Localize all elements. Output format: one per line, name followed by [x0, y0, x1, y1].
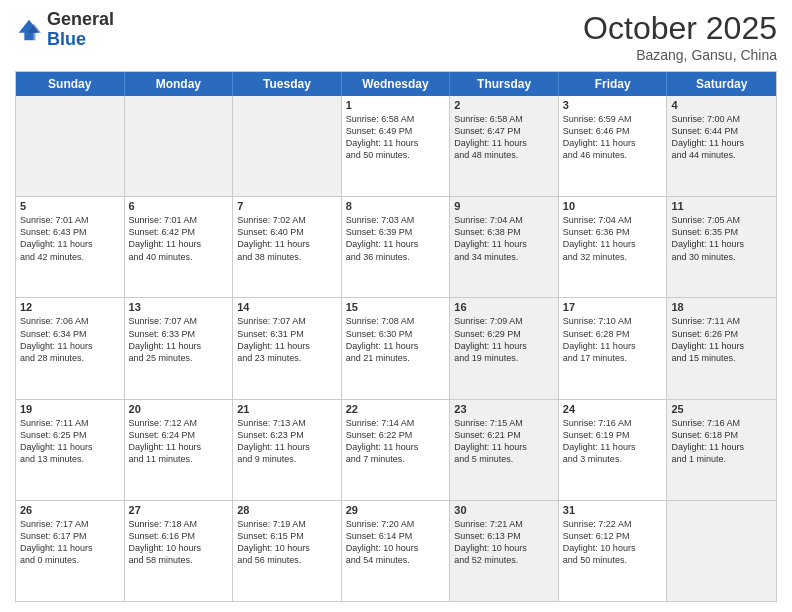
calendar-cell: 7Sunrise: 7:02 AM Sunset: 6:40 PM Daylig…	[233, 197, 342, 297]
cell-info: Sunrise: 7:21 AM Sunset: 6:13 PM Dayligh…	[454, 518, 554, 567]
weekday-header: Thursday	[450, 72, 559, 96]
calendar-cell: 25Sunrise: 7:16 AM Sunset: 6:18 PM Dayli…	[667, 400, 776, 500]
day-number: 21	[237, 403, 337, 415]
calendar-cell: 14Sunrise: 7:07 AM Sunset: 6:31 PM Dayli…	[233, 298, 342, 398]
month-title: October 2025	[583, 10, 777, 47]
cell-info: Sunrise: 7:10 AM Sunset: 6:28 PM Dayligh…	[563, 315, 663, 364]
calendar-cell: 20Sunrise: 7:12 AM Sunset: 6:24 PM Dayli…	[125, 400, 234, 500]
day-number: 18	[671, 301, 772, 313]
cell-info: Sunrise: 7:06 AM Sunset: 6:34 PM Dayligh…	[20, 315, 120, 364]
cell-info: Sunrise: 6:59 AM Sunset: 6:46 PM Dayligh…	[563, 113, 663, 162]
calendar-cell	[125, 96, 234, 196]
logo-general: General	[47, 9, 114, 29]
cell-info: Sunrise: 7:15 AM Sunset: 6:21 PM Dayligh…	[454, 417, 554, 466]
day-number: 17	[563, 301, 663, 313]
day-number: 23	[454, 403, 554, 415]
day-number: 28	[237, 504, 337, 516]
logo-blue: Blue	[47, 29, 86, 49]
calendar-cell: 23Sunrise: 7:15 AM Sunset: 6:21 PM Dayli…	[450, 400, 559, 500]
calendar-cell: 12Sunrise: 7:06 AM Sunset: 6:34 PM Dayli…	[16, 298, 125, 398]
calendar-cell: 11Sunrise: 7:05 AM Sunset: 6:35 PM Dayli…	[667, 197, 776, 297]
day-number: 20	[129, 403, 229, 415]
calendar-cell: 27Sunrise: 7:18 AM Sunset: 6:16 PM Dayli…	[125, 501, 234, 601]
cell-info: Sunrise: 7:13 AM Sunset: 6:23 PM Dayligh…	[237, 417, 337, 466]
calendar-cell: 31Sunrise: 7:22 AM Sunset: 6:12 PM Dayli…	[559, 501, 668, 601]
cell-info: Sunrise: 7:17 AM Sunset: 6:17 PM Dayligh…	[20, 518, 120, 567]
cell-info: Sunrise: 7:14 AM Sunset: 6:22 PM Dayligh…	[346, 417, 446, 466]
day-number: 4	[671, 99, 772, 111]
calendar-cell: 28Sunrise: 7:19 AM Sunset: 6:15 PM Dayli…	[233, 501, 342, 601]
cell-info: Sunrise: 7:01 AM Sunset: 6:43 PM Dayligh…	[20, 214, 120, 263]
calendar-cell: 22Sunrise: 7:14 AM Sunset: 6:22 PM Dayli…	[342, 400, 451, 500]
day-number: 19	[20, 403, 120, 415]
day-number: 26	[20, 504, 120, 516]
day-number: 8	[346, 200, 446, 212]
calendar-cell: 3Sunrise: 6:59 AM Sunset: 6:46 PM Daylig…	[559, 96, 668, 196]
calendar-body: 1Sunrise: 6:58 AM Sunset: 6:49 PM Daylig…	[16, 96, 776, 601]
weekday-header: Tuesday	[233, 72, 342, 96]
weekday-header: Friday	[559, 72, 668, 96]
cell-info: Sunrise: 7:22 AM Sunset: 6:12 PM Dayligh…	[563, 518, 663, 567]
calendar-header: SundayMondayTuesdayWednesdayThursdayFrid…	[16, 72, 776, 96]
day-number: 12	[20, 301, 120, 313]
day-number: 3	[563, 99, 663, 111]
cell-info: Sunrise: 7:11 AM Sunset: 6:26 PM Dayligh…	[671, 315, 772, 364]
calendar-cell: 16Sunrise: 7:09 AM Sunset: 6:29 PM Dayli…	[450, 298, 559, 398]
cell-info: Sunrise: 7:00 AM Sunset: 6:44 PM Dayligh…	[671, 113, 772, 162]
cell-info: Sunrise: 7:03 AM Sunset: 6:39 PM Dayligh…	[346, 214, 446, 263]
day-number: 6	[129, 200, 229, 212]
day-number: 27	[129, 504, 229, 516]
day-number: 14	[237, 301, 337, 313]
calendar-row: 1Sunrise: 6:58 AM Sunset: 6:49 PM Daylig…	[16, 96, 776, 196]
cell-info: Sunrise: 7:18 AM Sunset: 6:16 PM Dayligh…	[129, 518, 229, 567]
day-number: 16	[454, 301, 554, 313]
cell-info: Sunrise: 7:19 AM Sunset: 6:15 PM Dayligh…	[237, 518, 337, 567]
calendar-cell: 17Sunrise: 7:10 AM Sunset: 6:28 PM Dayli…	[559, 298, 668, 398]
cell-info: Sunrise: 7:20 AM Sunset: 6:14 PM Dayligh…	[346, 518, 446, 567]
calendar-cell: 15Sunrise: 7:08 AM Sunset: 6:30 PM Dayli…	[342, 298, 451, 398]
day-number: 7	[237, 200, 337, 212]
cell-info: Sunrise: 6:58 AM Sunset: 6:47 PM Dayligh…	[454, 113, 554, 162]
day-number: 30	[454, 504, 554, 516]
location: Bazang, Gansu, China	[583, 47, 777, 63]
day-number: 25	[671, 403, 772, 415]
calendar-cell: 19Sunrise: 7:11 AM Sunset: 6:25 PM Dayli…	[16, 400, 125, 500]
calendar-cell: 5Sunrise: 7:01 AM Sunset: 6:43 PM Daylig…	[16, 197, 125, 297]
cell-info: Sunrise: 7:08 AM Sunset: 6:30 PM Dayligh…	[346, 315, 446, 364]
weekday-header: Monday	[125, 72, 234, 96]
day-number: 2	[454, 99, 554, 111]
logo: General Blue	[15, 10, 114, 50]
calendar-cell: 21Sunrise: 7:13 AM Sunset: 6:23 PM Dayli…	[233, 400, 342, 500]
cell-info: Sunrise: 7:09 AM Sunset: 6:29 PM Dayligh…	[454, 315, 554, 364]
calendar-row: 26Sunrise: 7:17 AM Sunset: 6:17 PM Dayli…	[16, 500, 776, 601]
cell-info: Sunrise: 7:07 AM Sunset: 6:31 PM Dayligh…	[237, 315, 337, 364]
day-number: 15	[346, 301, 446, 313]
day-number: 13	[129, 301, 229, 313]
calendar-cell: 26Sunrise: 7:17 AM Sunset: 6:17 PM Dayli…	[16, 501, 125, 601]
cell-info: Sunrise: 7:04 AM Sunset: 6:38 PM Dayligh…	[454, 214, 554, 263]
day-number: 10	[563, 200, 663, 212]
day-number: 24	[563, 403, 663, 415]
header: General Blue October 2025 Bazang, Gansu,…	[15, 10, 777, 63]
logo-text: General Blue	[47, 10, 114, 50]
calendar-cell: 8Sunrise: 7:03 AM Sunset: 6:39 PM Daylig…	[342, 197, 451, 297]
day-number: 5	[20, 200, 120, 212]
page: General Blue October 2025 Bazang, Gansu,…	[0, 0, 792, 612]
calendar-cell: 10Sunrise: 7:04 AM Sunset: 6:36 PM Dayli…	[559, 197, 668, 297]
calendar-cell: 13Sunrise: 7:07 AM Sunset: 6:33 PM Dayli…	[125, 298, 234, 398]
day-number: 22	[346, 403, 446, 415]
logo-icon	[15, 16, 43, 44]
calendar-cell	[667, 501, 776, 601]
day-number: 29	[346, 504, 446, 516]
calendar-cell: 24Sunrise: 7:16 AM Sunset: 6:19 PM Dayli…	[559, 400, 668, 500]
cell-info: Sunrise: 7:02 AM Sunset: 6:40 PM Dayligh…	[237, 214, 337, 263]
weekday-header: Wednesday	[342, 72, 451, 96]
day-number: 31	[563, 504, 663, 516]
day-number: 11	[671, 200, 772, 212]
calendar-cell	[16, 96, 125, 196]
calendar-cell: 18Sunrise: 7:11 AM Sunset: 6:26 PM Dayli…	[667, 298, 776, 398]
weekday-header: Sunday	[16, 72, 125, 96]
cell-info: Sunrise: 7:12 AM Sunset: 6:24 PM Dayligh…	[129, 417, 229, 466]
calendar-row: 12Sunrise: 7:06 AM Sunset: 6:34 PM Dayli…	[16, 297, 776, 398]
calendar-cell: 30Sunrise: 7:21 AM Sunset: 6:13 PM Dayli…	[450, 501, 559, 601]
